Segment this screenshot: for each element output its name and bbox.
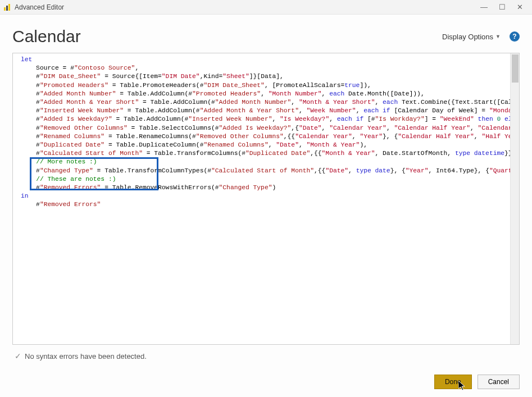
status-bar: ✓ No syntax errors have been detected. [12,345,520,361]
app-icon [3,3,11,11]
minimize-button[interactable]: — [480,3,488,11]
titlebar: Advanced Editor — ☐ ✕ [0,0,532,15]
window-title: Advanced Editor [15,3,64,11]
window-controls: — ☐ ✕ [480,3,529,11]
vertical-scrollbar[interactable] [510,53,519,344]
status-message: No syntax errors have been detected. [25,352,147,361]
done-button[interactable]: Done [434,375,472,389]
content-area: Calendar Display Options ▼ ? let Source … [0,15,532,361]
close-button[interactable]: ✕ [517,3,523,11]
help-icon[interactable]: ? [510,31,520,42]
header-tools: Display Options ▼ ? [442,31,520,42]
check-icon: ✓ [15,352,21,361]
display-options-dropdown[interactable]: Display Options ▼ [442,33,501,41]
page-title: Calendar [12,27,81,46]
maximize-button[interactable]: ☐ [499,3,506,11]
scrollbar-thumb[interactable] [512,54,519,83]
code-editor[interactable]: let Source = #"Contoso Source", #"DIM Da… [13,53,519,344]
chevron-down-icon: ▼ [495,34,501,39]
svg-rect-2 [8,4,10,11]
svg-rect-0 [4,7,6,11]
footer-buttons: Done Cancel [434,375,520,389]
display-options-label: Display Options [442,33,493,41]
svg-rect-1 [6,6,8,11]
header-row: Calendar Display Options ▼ ? [12,27,520,46]
cancel-button[interactable]: Cancel [478,375,520,389]
editor-container: let Source = #"Contoso Source", #"DIM Da… [12,53,520,345]
